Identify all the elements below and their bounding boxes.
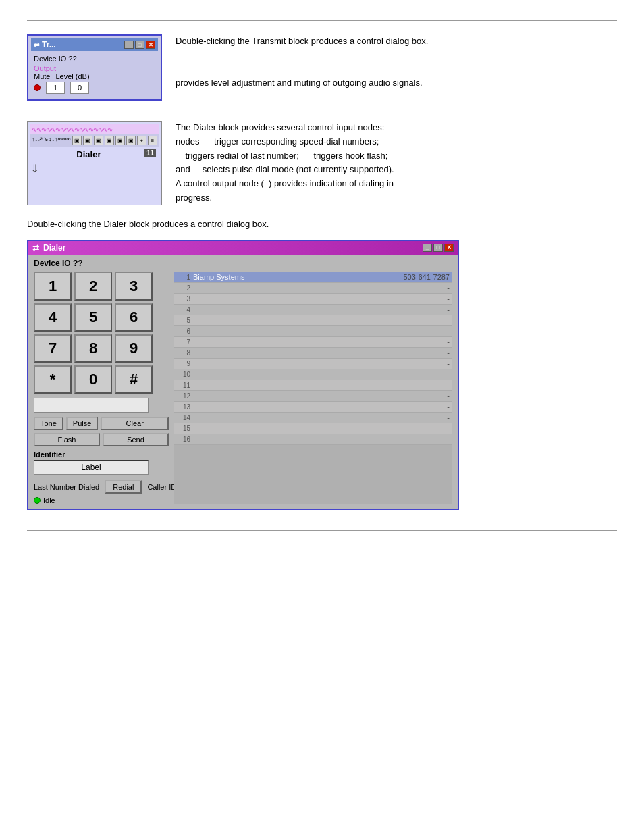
speed-dial-row[interactable]: 16-	[174, 434, 452, 445]
speed-dial-row[interactable]: 7-	[174, 337, 452, 348]
dialer-desc-5: progress.	[176, 191, 617, 205]
transmit-desc-line1: Double-clicking the Transmit block produ…	[176, 34, 617, 49]
keypad-key-0[interactable]: 0	[74, 365, 112, 394]
keypad-panel: 123456789*0# Tone Pulse Clear Flash Send…	[34, 272, 169, 504]
dialer-label: Dialer	[76, 149, 101, 159]
speed-dial-row[interactable]: 5-	[174, 315, 452, 326]
flash-button[interactable]: Flash	[34, 433, 100, 446]
transmit-section: ⇄ Tr... _ □ ✕ Device IO ?? Output Mute L…	[27, 34, 617, 101]
idle-row: Idle	[34, 496, 169, 504]
speed-dial-row[interactable]: 1Biamp Systems- 503-641-7287	[174, 272, 452, 283]
speed-dial-phone: -	[369, 294, 450, 303]
redial-button[interactable]: Redial	[105, 480, 142, 494]
speed-dial-num: 2	[177, 284, 193, 292]
dialer-dialog-body: Device IO ?? 123456789*0# Tone Pulse Cle…	[28, 255, 458, 509]
dialer-dialog-icon: ⇄	[32, 243, 39, 253]
transmit-dialog: ⇄ Tr... _ □ ✕ Device IO ?? Output Mute L…	[27, 34, 162, 101]
keypad-key-2[interactable]: 2	[74, 272, 112, 301]
keypad-key-star[interactable]: *	[34, 365, 72, 394]
speed-dial-phone: -	[369, 392, 450, 400]
speed-dial-name: Biamp Systems	[193, 273, 369, 281]
speed-dial-row[interactable]: 4-	[174, 305, 452, 315]
speed-dial-phone: -	[369, 359, 450, 367]
pulse-button[interactable]: Pulse	[66, 417, 99, 430]
dialer-arrow-icon: ⇓	[30, 162, 159, 175]
keypad-key-7[interactable]: 7	[34, 334, 72, 363]
dialer-center-label: Dialer 11	[30, 147, 159, 162]
output-label: Output	[34, 64, 155, 72]
dialer-description: The Dialer block provides several contro…	[176, 121, 617, 205]
speed-dial-phone: - 503-641-7287	[369, 273, 450, 281]
speed-dial-row[interactable]: 11-	[174, 380, 452, 391]
close-button[interactable]: ✕	[146, 41, 155, 49]
keypad-key-8[interactable]: 8	[74, 334, 112, 363]
transmit-title: Tr...	[42, 40, 56, 49]
dialer-dialog: ⇄ Dialer _ □ ✕ Device IO ?? 123456789*0#…	[27, 240, 459, 510]
maximize-button[interactable]: □	[135, 41, 144, 49]
speed-dial-row[interactable]: 6-	[174, 326, 452, 337]
speed-dial-phone: -	[369, 370, 450, 378]
speed-dial-phone: -	[369, 402, 450, 411]
dialer-block-section: ∿∿∿∿∿∿∿∿∿∿∿∿∿∿∿∿∿ ↑↓↗↘↕↓↑∞∞∞ ▣ ▣ ▣ ▣ ▣ ▣…	[27, 121, 617, 205]
speed-dial-phone: -	[369, 435, 450, 443]
speed-dial-phone: -	[369, 327, 450, 335]
speed-dial-row[interactable]: 10-	[174, 369, 452, 380]
dialer-caption: The Dialer block provides several contro…	[176, 121, 617, 135]
keypad-key-6[interactable]: 6	[115, 303, 153, 332]
identifier-section: Identifier	[34, 450, 169, 475]
speed-dial-row[interactable]: 14-	[174, 413, 452, 423]
keypad-key-hash[interactable]: #	[115, 365, 153, 394]
speed-dial-num: 3	[177, 295, 193, 303]
keypad-key-9[interactable]: 9	[115, 334, 153, 363]
dialer-desc-3: and selects pulse dial mode (not current…	[176, 163, 617, 177]
speed-dial-phone: -	[369, 424, 450, 432]
transmit-desc-line2: provides level adjustment and muting of …	[176, 76, 617, 90]
speed-dial-num: 11	[177, 382, 193, 389]
speed-dial-num: 10	[177, 371, 193, 378]
mute-led[interactable]	[34, 84, 41, 91]
speed-dial-phone: -	[369, 413, 450, 421]
caller-id-label: Caller ID	[147, 483, 176, 491]
mute-input[interactable]	[46, 82, 65, 94]
speed-dial-row[interactable]: 2-	[174, 283, 452, 294]
keypad-key-3[interactable]: 3	[115, 272, 153, 301]
speed-dial-num: 12	[177, 392, 193, 400]
keypad-key-1[interactable]: 1	[34, 272, 72, 301]
bottom-divider	[27, 530, 617, 531]
top-divider	[27, 20, 617, 21]
keypad-key-4[interactable]: 4	[34, 303, 72, 332]
tone-button[interactable]: Tone	[34, 417, 63, 430]
dialer-desc-1: nodes trigger corresponding speed-dial n…	[176, 135, 617, 149]
level-input[interactable]	[70, 82, 89, 94]
dialer-desc-4: A control output node ( ) provides indic…	[176, 177, 617, 191]
dialer-minimize-button[interactable]: _	[423, 244, 432, 252]
speed-dial-phone: -	[369, 338, 450, 346]
speed-dial-row[interactable]: 12-	[174, 391, 452, 402]
clear-button[interactable]: Clear	[101, 417, 169, 430]
speed-dial-row[interactable]: 8-	[174, 348, 452, 359]
speed-dial-num: 9	[177, 360, 193, 367]
speed-dial-num: 8	[177, 349, 193, 357]
speed-dial-num: 15	[177, 425, 193, 432]
level-label: Level (dB)	[55, 72, 89, 80]
last-number-row: Last Number Dialed Redial Caller ID	[34, 480, 169, 494]
dialer-maximize-button[interactable]: □	[433, 244, 443, 252]
speed-dial-phone: -	[369, 305, 450, 313]
speed-dial-row[interactable]: 15-	[174, 423, 452, 434]
idle-text: Idle	[43, 496, 55, 504]
keypad-key-5[interactable]: 5	[74, 303, 112, 332]
speed-dial-phone: -	[369, 348, 450, 357]
speed-dial-phone: -	[369, 284, 450, 292]
mute-label: Mute	[34, 72, 50, 80]
transmit-icon: ⇄	[34, 41, 39, 49]
speed-dial-row[interactable]: 13-	[174, 402, 452, 413]
idle-led	[34, 497, 41, 504]
minimize-button[interactable]: _	[124, 41, 134, 49]
keypad-display[interactable]	[34, 398, 149, 413]
speed-dial-row[interactable]: 9-	[174, 359, 452, 369]
dialer-close-button[interactable]: ✕	[444, 244, 454, 252]
keypad-flash-send-row: Flash Send	[34, 433, 169, 446]
send-button[interactable]: Send	[103, 433, 169, 446]
identifier-input[interactable]	[34, 460, 149, 475]
speed-dial-row[interactable]: 3-	[174, 294, 452, 305]
